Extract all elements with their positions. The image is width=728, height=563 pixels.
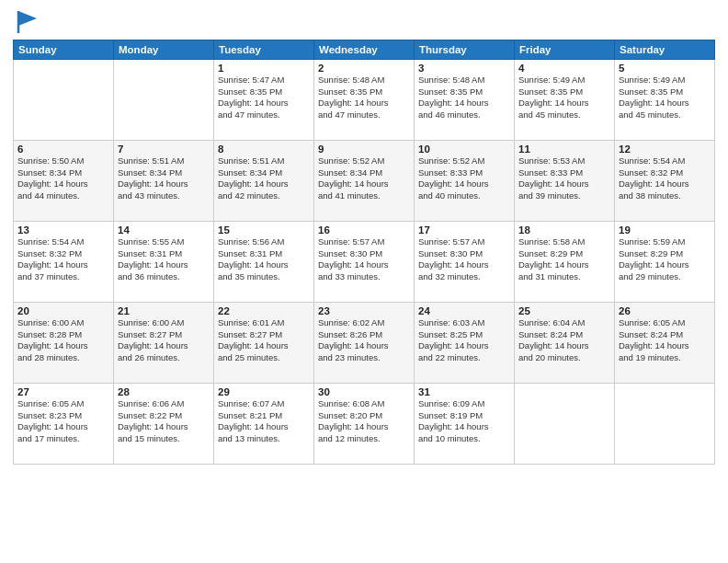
day-number: 12 — [619, 144, 711, 155]
day-info: Sunrise: 5:48 AMSunset: 8:35 PMDaylight:… — [418, 75, 510, 121]
calendar-cell: 3Sunrise: 5:48 AMSunset: 8:35 PMDaylight… — [415, 59, 515, 140]
calendar-table: SundayMondayTuesdayWednesdayThursdayFrid… — [13, 40, 715, 465]
day-info: Sunrise: 6:08 AMSunset: 8:20 PMDaylight:… — [318, 398, 410, 445]
calendar-cell: 15Sunrise: 5:56 AMSunset: 8:31 PMDayligh… — [214, 221, 314, 302]
header — [13, 9, 715, 34]
calendar-cell: 14Sunrise: 5:55 AMSunset: 8:31 PMDayligh… — [114, 221, 214, 302]
day-info: Sunrise: 6:03 AMSunset: 8:25 PMDaylight:… — [418, 317, 510, 364]
calendar-cell: 21Sunrise: 6:00 AMSunset: 8:27 PMDayligh… — [114, 302, 214, 383]
day-number: 27 — [17, 386, 109, 397]
day-info: Sunrise: 5:48 AMSunset: 8:35 PMDaylight:… — [318, 75, 410, 121]
calendar-cell: 8Sunrise: 5:51 AMSunset: 8:34 PMDaylight… — [214, 140, 314, 221]
day-info: Sunrise: 6:02 AMSunset: 8:26 PMDaylight:… — [318, 317, 410, 364]
day-info: Sunrise: 5:57 AMSunset: 8:30 PMDaylight:… — [418, 236, 510, 283]
calendar-cell: 24Sunrise: 6:03 AMSunset: 8:25 PMDayligh… — [415, 302, 515, 383]
day-number: 10 — [418, 144, 510, 155]
day-number: 13 — [17, 224, 109, 236]
day-header-sunday: Sunday — [14, 40, 114, 59]
day-info: Sunrise: 6:00 AMSunset: 8:28 PMDaylight:… — [17, 317, 109, 364]
day-info: Sunrise: 5:51 AMSunset: 8:34 PMDaylight:… — [218, 155, 310, 202]
svg-marker-0 — [18, 11, 37, 26]
calendar-cell: 11Sunrise: 5:53 AMSunset: 8:33 PMDayligh… — [515, 140, 615, 221]
day-info: Sunrise: 5:58 AMSunset: 8:29 PMDaylight:… — [518, 236, 610, 283]
calendar-week-1: 1Sunrise: 5:47 AMSunset: 8:35 PMDaylight… — [14, 59, 715, 140]
day-number: 15 — [218, 224, 310, 236]
day-info: Sunrise: 5:50 AMSunset: 8:34 PMDaylight:… — [17, 155, 109, 202]
day-number: 11 — [518, 144, 610, 155]
day-number: 2 — [318, 63, 410, 74]
day-number: 3 — [418, 63, 510, 74]
calendar-cell: 22Sunrise: 6:01 AMSunset: 8:27 PMDayligh… — [214, 302, 314, 383]
day-number: 28 — [118, 386, 210, 397]
day-number: 14 — [118, 224, 210, 236]
calendar-cell: 27Sunrise: 6:05 AMSunset: 8:23 PMDayligh… — [14, 383, 114, 464]
day-info: Sunrise: 6:05 AMSunset: 8:24 PMDaylight:… — [619, 317, 711, 364]
day-number: 6 — [17, 144, 109, 155]
calendar-cell: 13Sunrise: 5:54 AMSunset: 8:32 PMDayligh… — [14, 221, 114, 302]
day-header-friday: Friday — [515, 40, 615, 59]
logo-flag-icon — [15, 9, 40, 35]
day-number: 29 — [218, 386, 310, 397]
calendar-cell: 10Sunrise: 5:52 AMSunset: 8:33 PMDayligh… — [415, 140, 515, 221]
day-info: Sunrise: 6:04 AMSunset: 8:24 PMDaylight:… — [518, 317, 610, 364]
day-info: Sunrise: 5:49 AMSunset: 8:35 PMDaylight:… — [518, 75, 610, 121]
day-info: Sunrise: 5:54 AMSunset: 8:32 PMDaylight:… — [17, 236, 109, 283]
calendar-header-row: SundayMondayTuesdayWednesdayThursdayFrid… — [14, 40, 715, 59]
day-number: 9 — [318, 144, 410, 155]
calendar-cell — [14, 59, 114, 140]
day-number: 8 — [218, 144, 310, 155]
day-number: 21 — [118, 305, 210, 316]
day-number: 31 — [418, 386, 510, 397]
day-info: Sunrise: 6:06 AMSunset: 8:22 PMDaylight:… — [118, 398, 210, 445]
calendar-cell: 9Sunrise: 5:52 AMSunset: 8:34 PMDaylight… — [314, 140, 415, 221]
calendar-week-4: 20Sunrise: 6:00 AMSunset: 8:28 PMDayligh… — [14, 302, 715, 383]
calendar-cell: 16Sunrise: 5:57 AMSunset: 8:30 PMDayligh… — [314, 221, 415, 302]
day-info: Sunrise: 5:53 AMSunset: 8:33 PMDaylight:… — [518, 155, 610, 202]
day-info: Sunrise: 5:57 AMSunset: 8:30 PMDaylight:… — [318, 236, 410, 283]
day-number: 16 — [318, 224, 410, 236]
day-number: 24 — [418, 305, 510, 316]
day-info: Sunrise: 5:47 AMSunset: 8:35 PMDaylight:… — [218, 75, 310, 121]
day-info: Sunrise: 6:07 AMSunset: 8:21 PMDaylight:… — [218, 398, 310, 445]
calendar-cell: 29Sunrise: 6:07 AMSunset: 8:21 PMDayligh… — [214, 383, 314, 464]
calendar-cell: 31Sunrise: 6:09 AMSunset: 8:19 PMDayligh… — [415, 383, 515, 464]
day-number: 30 — [318, 386, 410, 397]
day-header-tuesday: Tuesday — [214, 40, 314, 59]
day-info: Sunrise: 5:59 AMSunset: 8:29 PMDaylight:… — [619, 236, 711, 283]
day-header-saturday: Saturday — [615, 40, 715, 59]
calendar-cell — [615, 383, 715, 464]
logo — [13, 9, 40, 34]
calendar-week-3: 13Sunrise: 5:54 AMSunset: 8:32 PMDayligh… — [14, 221, 715, 302]
calendar-cell: 2Sunrise: 5:48 AMSunset: 8:35 PMDaylight… — [314, 59, 415, 140]
day-number: 5 — [619, 63, 711, 74]
page-container: SundayMondayTuesdayWednesdayThursdayFrid… — [0, 0, 728, 563]
day-info: Sunrise: 6:09 AMSunset: 8:19 PMDaylight:… — [418, 398, 510, 445]
calendar-cell: 6Sunrise: 5:50 AMSunset: 8:34 PMDaylight… — [14, 140, 114, 221]
calendar-cell: 19Sunrise: 5:59 AMSunset: 8:29 PMDayligh… — [615, 221, 715, 302]
day-info: Sunrise: 6:01 AMSunset: 8:27 PMDaylight:… — [218, 317, 310, 364]
calendar-cell — [114, 59, 214, 140]
day-number: 7 — [118, 144, 210, 155]
calendar-cell: 5Sunrise: 5:49 AMSunset: 8:35 PMDaylight… — [615, 59, 715, 140]
day-info: Sunrise: 5:54 AMSunset: 8:32 PMDaylight:… — [619, 155, 711, 202]
day-info: Sunrise: 5:56 AMSunset: 8:31 PMDaylight:… — [218, 236, 310, 283]
day-number: 19 — [619, 224, 711, 236]
day-number: 26 — [619, 305, 711, 316]
day-number: 18 — [518, 224, 610, 236]
calendar-week-5: 27Sunrise: 6:05 AMSunset: 8:23 PMDayligh… — [14, 383, 715, 464]
logo-text — [13, 9, 40, 40]
day-number: 20 — [17, 305, 109, 316]
calendar-cell: 17Sunrise: 5:57 AMSunset: 8:30 PMDayligh… — [415, 221, 515, 302]
calendar-cell: 12Sunrise: 5:54 AMSunset: 8:32 PMDayligh… — [615, 140, 715, 221]
day-info: Sunrise: 5:51 AMSunset: 8:34 PMDaylight:… — [118, 155, 210, 202]
day-header-wednesday: Wednesday — [314, 40, 415, 59]
day-header-monday: Monday — [114, 40, 214, 59]
calendar-cell: 26Sunrise: 6:05 AMSunset: 8:24 PMDayligh… — [615, 302, 715, 383]
day-number: 22 — [218, 305, 310, 316]
day-number: 23 — [318, 305, 410, 316]
day-number: 17 — [418, 224, 510, 236]
calendar-cell: 7Sunrise: 5:51 AMSunset: 8:34 PMDaylight… — [114, 140, 214, 221]
calendar-cell: 18Sunrise: 5:58 AMSunset: 8:29 PMDayligh… — [515, 221, 615, 302]
calendar-cell: 20Sunrise: 6:00 AMSunset: 8:28 PMDayligh… — [14, 302, 114, 383]
day-number: 1 — [218, 63, 310, 74]
